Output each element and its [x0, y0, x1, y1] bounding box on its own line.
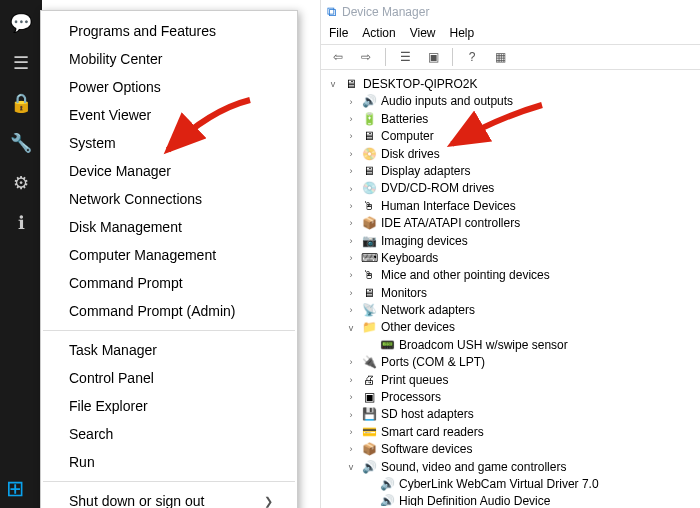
expand-icon[interactable]: › — [345, 304, 357, 317]
node-label: Human Interface Devices — [381, 198, 516, 215]
tree-node-child[interactable]: 🔊High Definition Audio Device — [327, 493, 696, 506]
menu-search[interactable]: Search — [41, 420, 297, 448]
menu-network-connections[interactable]: Network Connections — [41, 185, 297, 213]
gear-icon[interactable]: ⚙ — [13, 172, 29, 194]
menu-mobility-center[interactable]: Mobility Center — [41, 45, 297, 73]
menu-system[interactable]: System — [41, 129, 297, 157]
expand-icon[interactable]: › — [345, 426, 357, 439]
expand-icon[interactable]: › — [345, 148, 357, 161]
tree-node[interactable]: ›💾SD host adapters — [327, 406, 696, 423]
tree-node[interactable]: ›📀Disk drives — [327, 146, 696, 163]
expand-icon[interactable]: › — [345, 130, 357, 143]
lock-icon[interactable]: 🔒 — [10, 92, 32, 114]
menu-disk-management[interactable]: Disk Management — [41, 213, 297, 241]
tree-root[interactable]: v 🖥 DESKTOP-QIPRO2K — [327, 76, 696, 93]
tree-node[interactable]: ›🔊Audio inputs and outputs — [327, 93, 696, 110]
forward-button[interactable]: ⇨ — [355, 47, 377, 67]
start-button[interactable]: ⊞ — [6, 476, 24, 502]
collapse-icon[interactable]: v — [327, 78, 339, 91]
node-label: CyberLink WebCam Virtual Driver 7.0 — [399, 476, 599, 493]
tree-node[interactable]: ›📦IDE ATA/ATAPI controllers — [327, 215, 696, 232]
tree-node[interactable]: v📁Other devices — [327, 319, 696, 336]
info-icon[interactable]: ℹ — [18, 212, 25, 234]
properties-button[interactable]: ☰ — [394, 47, 416, 67]
wrench-icon[interactable]: 🔧 — [10, 132, 32, 154]
menu-command-prompt-admin[interactable]: Command Prompt (Admin) — [41, 297, 297, 325]
menu-file[interactable]: File — [329, 26, 348, 40]
scan-button[interactable]: ▣ — [422, 47, 444, 67]
node-label: SD host adapters — [381, 406, 474, 423]
collapse-icon[interactable]: v — [345, 322, 357, 335]
winx-menu: Programs and Features Mobility Center Po… — [40, 10, 298, 508]
tree-node[interactable]: ›💳Smart card readers — [327, 424, 696, 441]
expand-icon[interactable]: › — [345, 391, 357, 404]
expand-icon[interactable]: › — [345, 252, 357, 265]
device-icon: 📟 — [379, 337, 395, 354]
expand-icon[interactable]: › — [345, 356, 357, 369]
tree-node[interactable]: ›💿DVD/CD-ROM drives — [327, 180, 696, 197]
tree-node[interactable]: ›▣Processors — [327, 389, 696, 406]
tree-node[interactable]: ›🖱Human Interface Devices — [327, 198, 696, 215]
menu-file-explorer[interactable]: File Explorer — [41, 392, 297, 420]
tree-node[interactable]: ›📡Network adapters — [327, 302, 696, 319]
expand-icon[interactable]: › — [345, 409, 357, 422]
expand-icon[interactable]: › — [345, 443, 357, 456]
tree-node[interactable]: ›🖥Computer — [327, 128, 696, 145]
separator — [452, 48, 453, 66]
tree-node[interactable]: ›🖱Mice and other pointing devices — [327, 267, 696, 284]
expand-icon[interactable]: › — [345, 269, 357, 282]
chat-icon[interactable]: 💬 — [10, 12, 32, 34]
menu-device-manager[interactable]: Device Manager — [41, 157, 297, 185]
tree-node[interactable]: ›📷Imaging devices — [327, 233, 696, 250]
expand-icon[interactable]: › — [345, 165, 357, 178]
tree-node[interactable]: ›🖥Monitors — [327, 285, 696, 302]
device-icon: 🔊 — [379, 476, 395, 493]
refresh-button[interactable]: ▦ — [489, 47, 511, 67]
node-label: Display adapters — [381, 163, 470, 180]
menu-event-viewer[interactable]: Event Viewer — [41, 101, 297, 129]
separator — [43, 481, 295, 482]
tree-node[interactable]: ›📦Software devices — [327, 441, 696, 458]
tree-node[interactable]: ›🔋Batteries — [327, 111, 696, 128]
menu-control-panel[interactable]: Control Panel — [41, 364, 297, 392]
expand-icon[interactable]: › — [345, 374, 357, 387]
device-category-icon: 📦 — [361, 441, 377, 458]
tree-node[interactable]: ›🖥Display adapters — [327, 163, 696, 180]
expand-icon[interactable]: › — [345, 183, 357, 196]
menu-power-options[interactable]: Power Options — [41, 73, 297, 101]
menu-action[interactable]: Action — [362, 26, 395, 40]
device-category-icon: ⌨ — [361, 250, 377, 267]
label: Command Prompt — [69, 275, 183, 291]
label: Device Manager — [69, 163, 171, 179]
collapse-icon[interactable]: v — [345, 461, 357, 474]
menu-view[interactable]: View — [410, 26, 436, 40]
tree-node-child[interactable]: 📟Broadcom USH w/swipe sensor — [327, 337, 696, 354]
menubar: File Action View Help — [321, 24, 700, 44]
tree-node-child[interactable]: 🔊CyberLink WebCam Virtual Driver 7.0 — [327, 476, 696, 493]
device-category-icon: 🔋 — [361, 111, 377, 128]
label: Mobility Center — [69, 51, 162, 67]
device-tree[interactable]: v 🖥 DESKTOP-QIPRO2K ›🔊Audio inputs and o… — [321, 70, 700, 506]
menu-shutdown[interactable]: Shut down or sign out❯ — [41, 487, 297, 508]
menu-run[interactable]: Run — [41, 448, 297, 476]
back-button[interactable]: ⇦ — [327, 47, 349, 67]
tree-node[interactable]: ›🖨Print queues — [327, 372, 696, 389]
node-label: Network adapters — [381, 302, 475, 319]
menu-task-manager[interactable]: Task Manager — [41, 336, 297, 364]
expand-icon[interactable]: › — [345, 113, 357, 126]
expand-icon[interactable]: › — [345, 217, 357, 230]
help-button[interactable]: ? — [461, 47, 483, 67]
tree-node[interactable]: ›🔌Ports (COM & LPT) — [327, 354, 696, 371]
expand-icon[interactable]: › — [345, 200, 357, 213]
menu-command-prompt[interactable]: Command Prompt — [41, 269, 297, 297]
menu-help[interactable]: Help — [450, 26, 475, 40]
device-category-icon: 🖥 — [361, 128, 377, 145]
menu-computer-management[interactable]: Computer Management — [41, 241, 297, 269]
expand-icon[interactable]: › — [345, 235, 357, 248]
document-icon[interactable]: ☰ — [13, 52, 29, 74]
tree-node[interactable]: v🔊Sound, video and game controllers — [327, 459, 696, 476]
menu-programs-features[interactable]: Programs and Features — [41, 17, 297, 45]
expand-icon[interactable]: › — [345, 96, 357, 109]
expand-icon[interactable]: › — [345, 287, 357, 300]
tree-node[interactable]: ›⌨Keyboards — [327, 250, 696, 267]
